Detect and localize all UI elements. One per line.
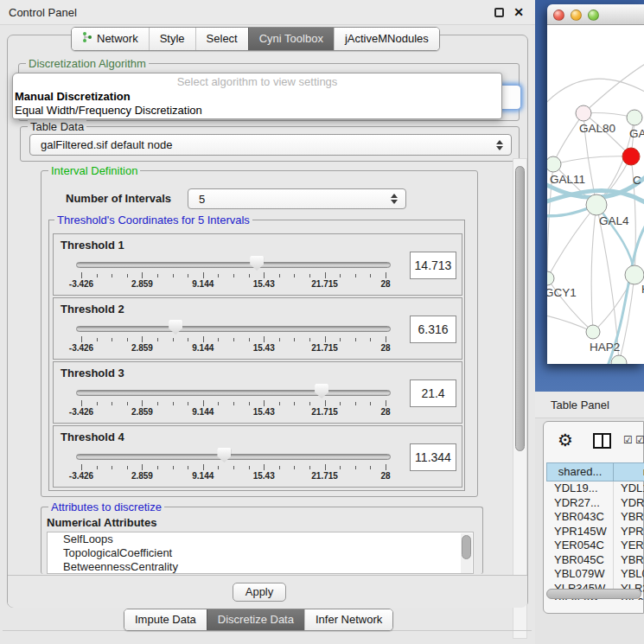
tab-cyni-toolbox[interactable]: Cyni Toolbox [248,28,334,50]
slider-track[interactable] [76,262,391,268]
column-header-name[interactable]: na [613,462,644,481]
bottom-tabs: Impute DataDiscretize DataInfer Network [124,609,393,631]
slider-thumb[interactable] [315,384,328,399]
table-toolbar: ⚙ ☑ ☑ [544,422,643,461]
interval-definition-group: Interval Definition Number of Intervals … [41,170,478,497]
network-node-c[interactable] [622,148,640,165]
node-label-gcy1: GCY1 [547,286,577,299]
table-row[interactable]: YBL079WYBL0 [546,567,644,582]
group-title: Discretization Algorithm [26,57,149,70]
table-data-value: galFiltered.sif default node [41,138,172,151]
algorithm-option-manual-discretization[interactable]: Manual Discretization [13,90,501,104]
attribute-item-topologicalcoefficient[interactable]: TopologicalCoefficient [48,546,473,560]
threshold-row-1: Threshold 1-3.4262.8599.14415.4321.71528… [53,233,462,296]
slider-tick [264,464,265,470]
table-row[interactable]: YPR145WYPR1 [546,525,644,539]
gear-icon[interactable]: ⚙ [558,430,573,450]
spinner-arrows-icon [391,194,398,204]
slider-thumb[interactable] [217,448,231,462]
slider-tick [340,402,341,405]
slider-tick [188,402,188,405]
slider-thumb[interactable] [169,320,182,335]
bottom-tab-infer-network[interactable]: Infer Network [304,609,392,630]
checkbox-icon[interactable]: ☑ [623,434,633,446]
slider-thumb[interactable] [250,256,264,271]
node-label-gal4: GAL4 [599,214,629,227]
network-node-h[interactable] [625,265,644,284]
threshold-value-field[interactable]: 21.4 [410,379,456,407]
apply-button[interactable]: Apply [233,583,286,602]
slider-track[interactable] [76,326,391,332]
node-label-gal80: GAL80 [579,122,615,135]
table-row[interactable]: YER054CYER0 [546,539,644,553]
table-row[interactable]: YBR045CYBR0 [546,553,644,568]
slider-tick [249,274,250,277]
slider-tick [127,402,128,405]
slider-tick [142,272,143,278]
slider-track[interactable] [76,454,391,460]
network-node-gal80[interactable] [576,105,591,121]
threshold-row-3: Threshold 3-3.4262.8599.14415.4321.71528… [53,361,462,424]
table-hscroll-thumb[interactable] [546,589,641,599]
cell-shared-name: YDL19... [554,481,598,494]
tab-label: Cyni Toolbox [259,32,323,45]
attributes-group: Attributes to discretize Numerical Attri… [41,507,483,574]
slider-tick [279,402,280,405]
tick-label: 9.144 [192,471,214,481]
slider-track[interactable] [76,390,391,396]
attribute-item-betweennesscentrality[interactable]: BetweennessCentrality [48,560,473,574]
slider-tick [386,464,386,470]
table-row[interactable]: YBR043CYBR0 [546,510,644,525]
tick-label: 15.43 [253,407,275,417]
network-node-gal11[interactable] [547,156,561,172]
minimize-traffic-light-icon[interactable] [571,10,582,21]
close-traffic-light-icon[interactable] [553,10,564,21]
threshold-value-field[interactable]: 6.316 [410,316,456,343]
algorithm-option-equal-width-frequency-discretization[interactable]: Equal Width/Frequency Discretization [13,104,501,118]
slider-tick [249,466,250,469]
slider-tick [386,400,386,406]
threshold-value-field[interactable]: 11.344 [410,443,456,471]
table-row[interactable]: YDL19...YDL1 [546,481,644,496]
attributes-scrollbar-thumb[interactable] [462,535,471,559]
table-row[interactable]: YDR27...YDR2 [546,496,644,511]
cell-name: YDR2 [621,496,644,509]
checkbox-icon[interactable]: ☑ [635,434,644,446]
close-icon[interactable]: ✕ [513,5,524,19]
cell-name: YBR0 [621,553,644,566]
slider-tick [157,466,158,469]
zoom-traffic-light-icon[interactable] [588,10,599,21]
group-title: Attributes to discretize [48,501,164,513]
panel-scrollbar-thumb[interactable] [515,166,525,451]
bottom-tab-impute-data[interactable]: Impute Data [124,609,207,630]
slider-tick [218,466,219,469]
attribute-item-selfloops[interactable]: SelfLoops [48,532,473,546]
tab-label: Style [160,32,185,45]
slider-tick [127,338,128,341]
slider-tick [370,466,371,469]
panel-scrollbar [513,158,527,639]
slider-tick [233,274,234,277]
bottom-tab-discretize-data[interactable]: Discretize Data [207,609,304,630]
number-of-intervals-select[interactable]: 5 [188,188,406,209]
column-header-shared-name[interactable]: shared... [546,462,614,481]
tab-network[interactable]: Network [72,28,149,50]
network-node-gal4[interactable] [586,194,607,215]
slider-tick [340,338,341,341]
network-node[interactable] [611,355,627,364]
threshold-value-field[interactable]: 14.713 [410,252,456,279]
float-window-icon[interactable] [494,8,504,17]
slider-tick [233,402,234,405]
tab-jactivemnodules[interactable]: jActiveMNodules [334,28,439,50]
split-view-icon[interactable] [593,433,611,449]
node-label-hap2: HAP2 [590,341,620,354]
slider-tick [203,336,204,342]
tick-label: 28 [380,407,390,417]
tab-style[interactable]: Style [149,28,195,50]
network-canvas[interactable]: GAL80GACGAL11GAL4GCY1HHAP2 [547,25,644,364]
tab-select[interactable]: Select [195,28,248,50]
network-node-gcy1[interactable] [547,271,554,285]
table-data-select[interactable]: galFiltered.sif default node [29,134,512,156]
network-node-ga[interactable] [627,110,642,125]
network-node-hap2[interactable] [586,325,600,339]
